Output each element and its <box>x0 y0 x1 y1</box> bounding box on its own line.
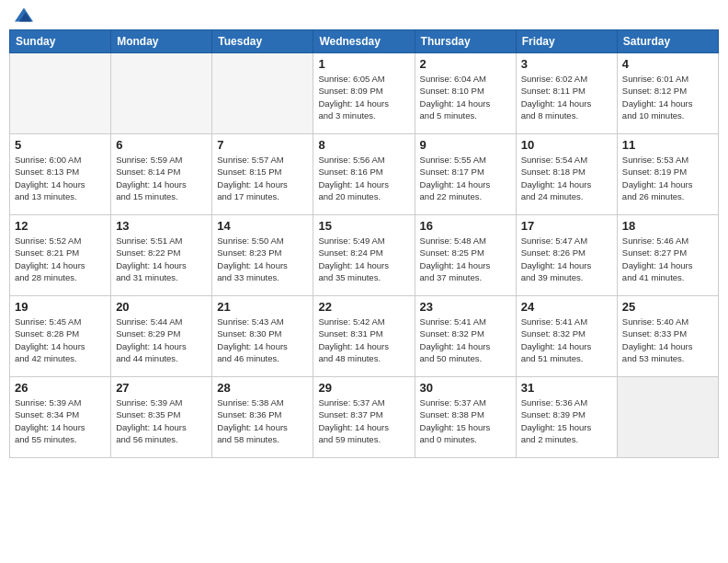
week-row-2: 5Sunrise: 6:00 AMSunset: 8:13 PMDaylight… <box>10 134 719 215</box>
day-info: Sunrise: 5:39 AMSunset: 8:35 PMDaylight:… <box>116 396 207 445</box>
day-cell: 9Sunrise: 5:55 AMSunset: 8:17 PMDaylight… <box>415 134 516 215</box>
day-number: 25 <box>622 300 713 314</box>
calendar-table: SundayMondayTuesdayWednesdayThursdayFrid… <box>9 29 719 458</box>
day-number: 3 <box>521 57 612 71</box>
day-info: Sunrise: 5:38 AMSunset: 8:36 PMDaylight:… <box>217 396 308 445</box>
weekday-friday: Friday <box>516 30 617 53</box>
week-row-3: 12Sunrise: 5:52 AMSunset: 8:21 PMDayligh… <box>10 215 719 296</box>
calendar-body: 1Sunrise: 6:05 AMSunset: 8:09 PMDaylight… <box>10 53 719 458</box>
day-info: Sunrise: 5:57 AMSunset: 8:15 PMDaylight:… <box>217 154 308 202</box>
day-info: Sunrise: 5:47 AMSunset: 8:26 PMDaylight:… <box>521 235 612 283</box>
day-number: 15 <box>318 219 409 233</box>
day-number: 14 <box>217 219 308 233</box>
day-number: 7 <box>217 138 308 152</box>
weekday-thursday: Thursday <box>415 30 516 53</box>
day-cell: 26Sunrise: 5:39 AMSunset: 8:34 PMDayligh… <box>10 377 111 458</box>
day-info: Sunrise: 5:44 AMSunset: 8:29 PMDaylight:… <box>116 316 207 364</box>
day-info: Sunrise: 5:37 AMSunset: 8:38 PMDaylight:… <box>420 396 511 445</box>
day-number: 18 <box>622 219 713 233</box>
day-info: Sunrise: 6:01 AMSunset: 8:12 PMDaylight:… <box>622 73 713 121</box>
day-number: 6 <box>116 138 207 152</box>
week-row-4: 19Sunrise: 5:45 AMSunset: 8:28 PMDayligh… <box>10 296 719 377</box>
day-cell: 23Sunrise: 5:41 AMSunset: 8:32 PMDayligh… <box>415 296 516 377</box>
day-number: 28 <box>217 381 308 395</box>
day-cell: 24Sunrise: 5:41 AMSunset: 8:32 PMDayligh… <box>516 296 617 377</box>
week-row-5: 26Sunrise: 5:39 AMSunset: 8:34 PMDayligh… <box>10 377 719 458</box>
day-cell: 12Sunrise: 5:52 AMSunset: 8:21 PMDayligh… <box>10 215 111 296</box>
day-info: Sunrise: 6:02 AMSunset: 8:11 PMDaylight:… <box>521 73 612 121</box>
day-number: 2 <box>420 57 511 71</box>
weekday-saturday: Saturday <box>617 30 718 53</box>
day-number: 31 <box>521 381 612 395</box>
day-info: Sunrise: 5:54 AMSunset: 8:18 PMDaylight:… <box>521 154 612 202</box>
day-info: Sunrise: 5:42 AMSunset: 8:31 PMDaylight:… <box>318 316 409 364</box>
day-info: Sunrise: 5:52 AMSunset: 8:21 PMDaylight:… <box>15 235 106 283</box>
day-number: 24 <box>521 300 612 314</box>
day-info: Sunrise: 5:39 AMSunset: 8:34 PMDaylight:… <box>15 396 106 445</box>
day-info: Sunrise: 5:36 AMSunset: 8:39 PMDaylight:… <box>521 396 612 445</box>
week-row-1: 1Sunrise: 6:05 AMSunset: 8:09 PMDaylight… <box>10 53 719 134</box>
day-cell: 15Sunrise: 5:49 AMSunset: 8:24 PMDayligh… <box>313 215 415 296</box>
weekday-tuesday: Tuesday <box>212 30 313 53</box>
day-info: Sunrise: 5:46 AMSunset: 8:27 PMDaylight:… <box>622 235 713 283</box>
day-info: Sunrise: 5:41 AMSunset: 8:32 PMDaylight:… <box>420 316 511 364</box>
day-cell: 28Sunrise: 5:38 AMSunset: 8:36 PMDayligh… <box>212 377 313 458</box>
day-cell: 2Sunrise: 6:04 AMSunset: 8:10 PMDaylight… <box>415 53 516 134</box>
day-cell: 22Sunrise: 5:42 AMSunset: 8:31 PMDayligh… <box>313 296 415 377</box>
day-info: Sunrise: 5:37 AMSunset: 8:37 PMDaylight:… <box>318 396 409 445</box>
day-cell: 31Sunrise: 5:36 AMSunset: 8:39 PMDayligh… <box>516 377 617 458</box>
day-cell: 27Sunrise: 5:39 AMSunset: 8:35 PMDayligh… <box>111 377 212 458</box>
day-cell <box>212 53 313 134</box>
day-number: 30 <box>420 381 511 395</box>
day-cell: 16Sunrise: 5:48 AMSunset: 8:25 PMDayligh… <box>415 215 516 296</box>
day-number: 11 <box>622 138 713 152</box>
day-number: 9 <box>420 138 511 152</box>
day-info: Sunrise: 6:05 AMSunset: 8:09 PMDaylight:… <box>318 73 409 121</box>
day-cell: 30Sunrise: 5:37 AMSunset: 8:38 PMDayligh… <box>415 377 516 458</box>
day-cell <box>111 53 212 134</box>
day-cell: 18Sunrise: 5:46 AMSunset: 8:27 PMDayligh… <box>617 215 718 296</box>
header <box>9 9 719 22</box>
day-cell: 11Sunrise: 5:53 AMSunset: 8:19 PMDayligh… <box>617 134 718 215</box>
logo <box>13 9 33 22</box>
day-number: 23 <box>420 300 511 314</box>
day-info: Sunrise: 6:00 AMSunset: 8:13 PMDaylight:… <box>15 154 106 202</box>
day-info: Sunrise: 5:51 AMSunset: 8:22 PMDaylight:… <box>116 235 207 283</box>
day-info: Sunrise: 5:48 AMSunset: 8:25 PMDaylight:… <box>420 235 511 283</box>
day-cell: 19Sunrise: 5:45 AMSunset: 8:28 PMDayligh… <box>10 296 111 377</box>
day-number: 26 <box>15 381 106 395</box>
day-number: 5 <box>15 138 106 152</box>
day-cell: 5Sunrise: 6:00 AMSunset: 8:13 PMDaylight… <box>10 134 111 215</box>
day-cell: 1Sunrise: 6:05 AMSunset: 8:09 PMDaylight… <box>313 53 415 134</box>
weekday-sunday: Sunday <box>10 30 111 53</box>
day-cell: 20Sunrise: 5:44 AMSunset: 8:29 PMDayligh… <box>111 296 212 377</box>
day-info: Sunrise: 5:55 AMSunset: 8:17 PMDaylight:… <box>420 154 511 202</box>
day-info: Sunrise: 5:53 AMSunset: 8:19 PMDaylight:… <box>622 154 713 202</box>
day-info: Sunrise: 5:41 AMSunset: 8:32 PMDaylight:… <box>521 316 612 364</box>
day-number: 1 <box>318 57 409 71</box>
day-cell <box>617 377 718 458</box>
day-number: 22 <box>318 300 409 314</box>
day-cell: 21Sunrise: 5:43 AMSunset: 8:30 PMDayligh… <box>212 296 313 377</box>
day-info: Sunrise: 6:04 AMSunset: 8:10 PMDaylight:… <box>420 73 511 121</box>
day-number: 4 <box>622 57 713 71</box>
weekday-monday: Monday <box>111 30 212 53</box>
day-number: 10 <box>521 138 612 152</box>
day-number: 8 <box>318 138 409 152</box>
day-info: Sunrise: 5:40 AMSunset: 8:33 PMDaylight:… <box>622 316 713 364</box>
day-number: 17 <box>521 219 612 233</box>
weekday-wednesday: Wednesday <box>313 30 415 53</box>
day-info: Sunrise: 5:56 AMSunset: 8:16 PMDaylight:… <box>318 154 409 202</box>
day-cell: 17Sunrise: 5:47 AMSunset: 8:26 PMDayligh… <box>516 215 617 296</box>
day-number: 21 <box>217 300 308 314</box>
day-info: Sunrise: 5:50 AMSunset: 8:23 PMDaylight:… <box>217 235 308 283</box>
day-cell: 25Sunrise: 5:40 AMSunset: 8:33 PMDayligh… <box>617 296 718 377</box>
day-number: 20 <box>116 300 207 314</box>
day-cell: 10Sunrise: 5:54 AMSunset: 8:18 PMDayligh… <box>516 134 617 215</box>
day-number: 27 <box>116 381 207 395</box>
page: SundayMondayTuesdayWednesdayThursdayFrid… <box>0 0 728 563</box>
day-cell: 7Sunrise: 5:57 AMSunset: 8:15 PMDaylight… <box>212 134 313 215</box>
day-info: Sunrise: 5:45 AMSunset: 8:28 PMDaylight:… <box>15 316 106 364</box>
day-info: Sunrise: 5:43 AMSunset: 8:30 PMDaylight:… <box>217 316 308 364</box>
day-info: Sunrise: 5:59 AMSunset: 8:14 PMDaylight:… <box>116 154 207 202</box>
